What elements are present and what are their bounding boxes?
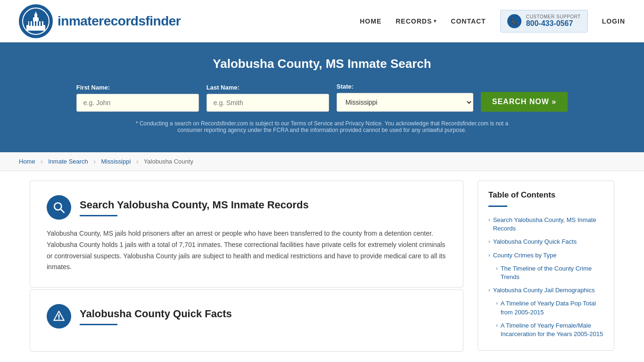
alert-icon-circle <box>47 304 71 329</box>
svg-rect-6 <box>29 21 31 26</box>
svg-rect-9 <box>38 21 39 26</box>
svg-point-14 <box>58 318 60 320</box>
firstname-input[interactable] <box>76 94 199 112</box>
svg-rect-8 <box>35 21 36 26</box>
nav-records[interactable]: RECORDS ▾ <box>396 17 437 25</box>
section-inmate-records: Search Yalobusha County, MS Inmate Recor… <box>30 181 463 288</box>
toc-link[interactable]: A Timeline of Yearly Female/Male Incarce… <box>501 321 603 338</box>
chevron-right-icon: › <box>488 239 490 244</box>
section1-body: Yalobusha County, MS jails hold prisoner… <box>47 228 446 273</box>
chevron-right-icon: › <box>488 217 490 222</box>
breadcrumb-sep-1: › <box>41 158 42 165</box>
toc-link[interactable]: Yalobusha County Jail Demographics <box>493 286 595 295</box>
chevron-right-icon: › <box>496 322 498 328</box>
firstname-group: First Name: <box>76 84 199 112</box>
firstname-label: First Name: <box>76 84 110 91</box>
sidebar: Table of Contents ›Search Yalobusha Coun… <box>478 181 614 354</box>
toc-link[interactable]: Yalobusha County Quick Facts <box>493 238 577 246</box>
customer-support-button[interactable]: 📞 CUSTOMER SUPPORT 800-433-0567 <box>500 10 588 33</box>
toc-item[interactable]: ›County Crimes by Type <box>488 249 603 262</box>
main-content: Search Yalobusha County, MS Inmate Recor… <box>16 181 628 354</box>
toc-item[interactable]: ›A Timeline of Yearly Female/Male Incarc… <box>488 319 603 341</box>
logo-text: inmaterecordsfinder <box>58 14 181 29</box>
hero-section: Yalobusha County, MS Inmate Search First… <box>0 42 644 152</box>
nav-contact[interactable]: CONTACT <box>451 17 486 25</box>
table-of-contents: Table of Contents ›Search Yalobusha Coun… <box>478 181 614 351</box>
section1-title: Search Yalobusha County, MS Inmate Recor… <box>80 199 309 211</box>
phone-icon: 📞 <box>507 14 521 28</box>
logo-bold: finder <box>145 14 181 28</box>
logo-normal: inmaterecords <box>58 14 145 28</box>
support-info: CUSTOMER SUPPORT 800-433-0567 <box>526 14 581 28</box>
section1-header: Search Yalobusha County, MS Inmate Recor… <box>47 195 446 220</box>
toc-item[interactable]: ›Yalobusha County Quick Facts <box>488 235 603 248</box>
header: inmaterecordsfinder HOME RECORDS ▾ CONTA… <box>0 0 644 42</box>
breadcrumb-inmate-search[interactable]: Inmate Search <box>48 158 88 165</box>
disclaimer-text: * Conducting a search on Recordsfinder.c… <box>133 120 511 133</box>
lastname-input[interactable] <box>206 94 329 112</box>
toc-item[interactable]: ›Yalobusha County Jail Demographics <box>488 284 603 297</box>
breadcrumb-current: Yalobusha County <box>144 158 193 165</box>
section2-divider <box>80 324 117 325</box>
svg-rect-5 <box>35 12 36 15</box>
content-area: Search Yalobusha County, MS Inmate Recor… <box>30 181 463 354</box>
search-form: First Name: Last Name: State: Mississipp… <box>19 83 625 112</box>
svg-rect-10 <box>41 21 42 26</box>
section1-title-wrap: Search Yalobusha County, MS Inmate Recor… <box>80 199 309 216</box>
page-title: Yalobusha County, MS Inmate Search <box>19 57 625 71</box>
navigation: HOME RECORDS ▾ CONTACT 📞 CUSTOMER SUPPOR… <box>360 10 625 33</box>
chevron-right-icon: › <box>488 287 490 293</box>
alert-icon <box>53 310 65 322</box>
lastname-group: Last Name: <box>206 84 329 112</box>
chevron-down-icon: ▾ <box>434 18 437 24</box>
support-number: 800-433-0567 <box>526 19 581 28</box>
chevron-right-icon: › <box>488 252 490 258</box>
breadcrumb-sep-3: › <box>136 158 138 165</box>
breadcrumb-sep-2: › <box>93 158 95 165</box>
section1-divider <box>80 215 117 216</box>
toc-item[interactable]: ›A Timeline of Yearly Data Pop Total fro… <box>488 297 603 319</box>
toc-link[interactable]: County Crimes by Type <box>493 251 557 260</box>
state-label: State: <box>337 83 354 90</box>
support-label: CUSTOMER SUPPORT <box>526 14 581 19</box>
logo-icon <box>19 4 53 38</box>
toc-link[interactable]: A Timeline of Yearly Data Pop Total from… <box>501 299 603 316</box>
section2-title-wrap: Yalobusha County Quick Facts <box>80 308 232 325</box>
svg-line-12 <box>61 209 64 213</box>
section2-header: Yalobusha County Quick Facts <box>47 304 446 329</box>
toc-item[interactable]: ›The Timeline of the County Crime Trends <box>488 262 603 284</box>
toc-items: ›Search Yalobusha County, MS Inmate Reco… <box>488 214 603 341</box>
state-select[interactable]: MississippiAlabamaAlaskaArizonaArkansasC… <box>337 93 473 112</box>
toc-link[interactable]: The Timeline of the County Crime Trends <box>501 264 603 281</box>
search-icon-circle <box>47 195 71 220</box>
breadcrumb-home[interactable]: Home <box>19 158 35 165</box>
lastname-label: Last Name: <box>206 84 239 91</box>
state-group: State: MississippiAlabamaAlaskaArizonaAr… <box>337 83 473 112</box>
login-button[interactable]: LOGIN <box>602 17 625 25</box>
toc-title: Table of Contents <box>488 190 603 200</box>
toc-divider <box>488 206 507 207</box>
section-quick-facts: Yalobusha County Quick Facts <box>30 289 463 352</box>
chevron-right-icon: › <box>496 300 498 306</box>
toc-link[interactable]: Search Yalobusha County, MS Inmate Recor… <box>493 216 603 233</box>
search-button[interactable]: SEARCH NOW » <box>481 92 568 112</box>
svg-rect-7 <box>32 21 33 26</box>
nav-home[interactable]: HOME <box>360 17 381 25</box>
breadcrumb-state[interactable]: Mississippi <box>101 158 131 165</box>
section2-title: Yalobusha County Quick Facts <box>80 308 232 320</box>
chevron-right-icon: › <box>496 265 498 271</box>
toc-item[interactable]: ›Search Yalobusha County, MS Inmate Reco… <box>488 214 603 235</box>
breadcrumb: Home › Inmate Search › Mississippi › Yal… <box>0 152 644 171</box>
search-icon <box>53 201 65 214</box>
logo-area: inmaterecordsfinder <box>19 4 181 38</box>
